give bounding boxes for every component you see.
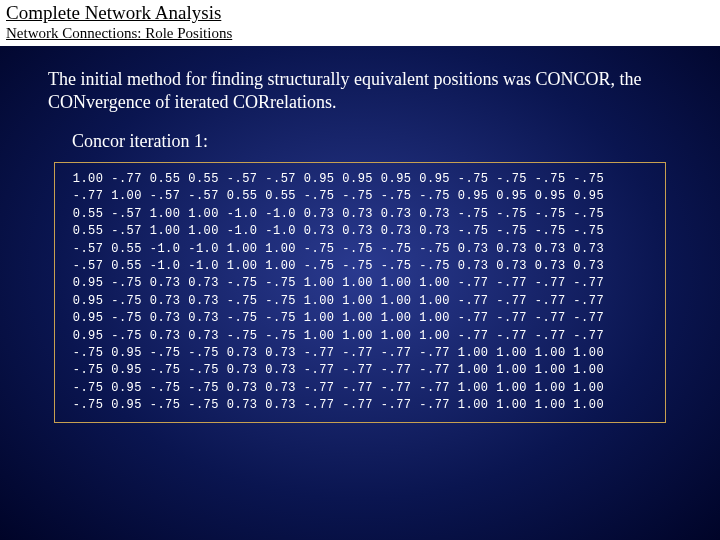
content-area: The initial method for finding structura… [0, 46, 720, 423]
intro-text: The initial method for finding structura… [48, 68, 672, 113]
header-bar: Complete Network Analysis Network Connec… [0, 0, 720, 46]
page-title: Complete Network Analysis [6, 2, 714, 24]
page-subtitle: Network Connections: Role Positions [6, 25, 714, 42]
iteration-label: Concor iteration 1: [72, 131, 672, 152]
correlation-matrix: 1.00 -.77 0.55 0.55 -.57 -.57 0.95 0.95 … [54, 162, 666, 423]
